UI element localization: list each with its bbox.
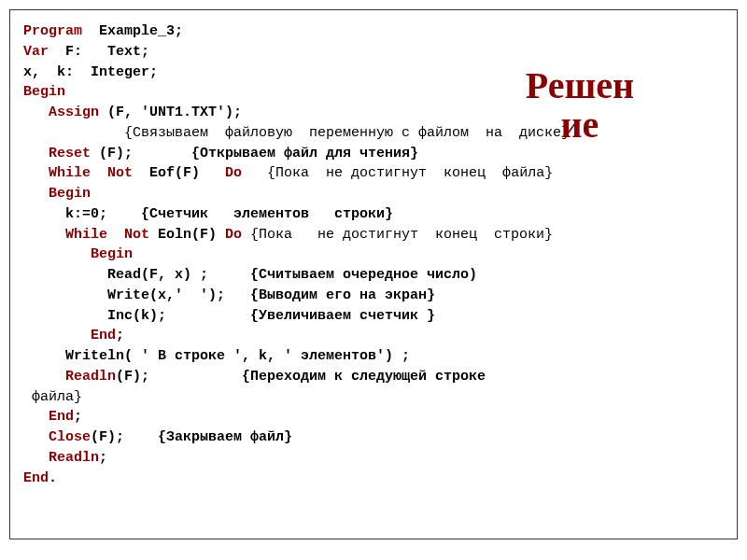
code-l15: Inc(k); {Увеличиваем счетчик } [23, 308, 435, 324]
kw-close: Close [23, 429, 91, 445]
code-l18b: файла} [23, 389, 82, 405]
kw-begin2: Begin [23, 186, 91, 202]
kw-begin: Begin [23, 84, 65, 100]
title-line-2: ие [560, 104, 599, 146]
kw-do2: Do [225, 227, 242, 243]
kw-end2: End [23, 409, 74, 425]
kw-end1: End [23, 328, 116, 343]
code-l11a: Eoln(F) [149, 227, 225, 243]
kw-begin3: Begin [23, 246, 133, 262]
code-l7: (F); {Открываем файл для чтения} [91, 146, 418, 161]
slide-frame: Решен ие Program Example_3; Var F: Text;… [9, 9, 738, 539]
kw-while1: While [23, 165, 91, 181]
code-l8a: Eof(F) [133, 165, 225, 181]
code-l17: Writeln( ' В строке ', k, ' элементов') … [23, 348, 410, 364]
code-l22: . [49, 470, 57, 486]
kw-do1: Do [225, 165, 242, 181]
title-line-1: Решен [526, 64, 634, 106]
kw-not1: Not [91, 165, 133, 181]
code-l16: ; [116, 328, 124, 343]
code-l5: (F, 'UNT1.TXT'); [99, 105, 242, 120]
slide-title: Решен ие [526, 66, 634, 145]
kw-while2: While [23, 227, 107, 243]
code-l14: Write(x,' '); {Выводим его на экран} [23, 287, 435, 303]
kw-reset: Reset [23, 146, 91, 161]
code-l3: x, k: Integer; [23, 64, 158, 80]
code-l20: (F); {Закрываем файл} [91, 429, 292, 445]
kw-readln1: Readln [23, 369, 116, 385]
kw-var: Var [23, 44, 49, 60]
kw-end3: End [23, 470, 49, 486]
kw-assign: Assign [23, 105, 99, 120]
code-l11b: {Пока не достигнут конец строки} [242, 227, 553, 243]
kw-readln2: Readln [23, 450, 99, 466]
code-l1: Example_3; [82, 23, 183, 39]
kw-not2: Not [107, 227, 149, 243]
code-l19: ; [74, 409, 82, 425]
code-l21: ; [99, 450, 107, 466]
code-l10: k:=0; {Счетчик элементов строки} [23, 206, 393, 222]
code-l18a: (F); {Переходим к следующей строке [116, 369, 486, 385]
code-l2: F: Text; [49, 44, 149, 60]
code-l13: Read(F, x) ; {Считываем очередное число) [23, 267, 477, 283]
code-l8b: {Пока не достигнут конец файла} [242, 165, 553, 181]
code-l6: {Связываем файловую переменную с файлом … [23, 125, 570, 141]
kw-program: Program [23, 23, 82, 39]
